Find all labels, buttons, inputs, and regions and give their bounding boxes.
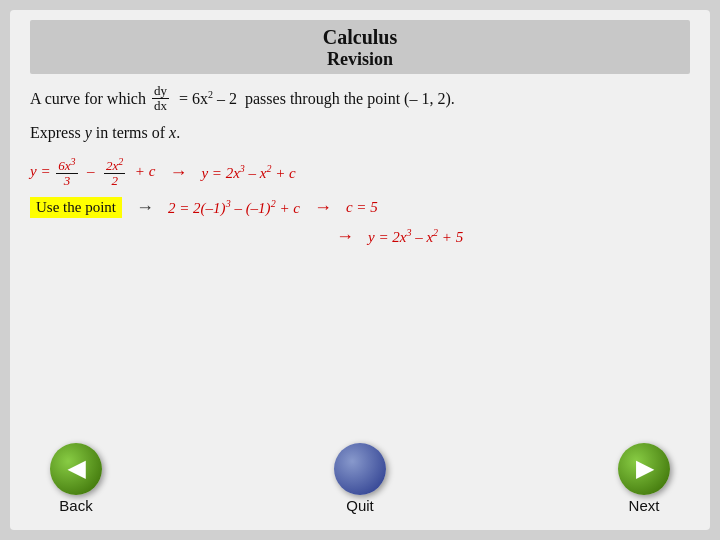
use-point-label: Use the point: [30, 197, 122, 218]
math-row-3: → y = 2x3 – x2 + 5: [330, 226, 690, 247]
curve-fraction: dy dx: [150, 84, 171, 114]
bottom-nav: ◀ Back Quit ▶ Next: [10, 443, 710, 514]
step2-calc: 2 = 2(–1)3 – (–1)2 + c: [168, 198, 300, 217]
arrow-3: →: [314, 197, 332, 218]
math-row-1: y = 6x33 – 2x22 + c → y = 2x3 – x2 + c: [30, 156, 690, 189]
revision-title: Revision: [30, 49, 690, 70]
quit-circle[interactable]: [334, 443, 386, 495]
back-button[interactable]: ◀ Back: [50, 443, 102, 514]
step1-right: y = 2x3 – x2 + c: [201, 163, 295, 182]
next-icon: ▶: [636, 456, 653, 482]
back-icon: ◀: [68, 456, 85, 482]
step2-result: c = 5: [346, 199, 378, 216]
final-answer: y = 2x3 – x2 + 5: [368, 227, 463, 246]
express-line: Express y in terms of x.: [30, 124, 690, 142]
arrow-4: →: [336, 226, 354, 247]
quit-label: Quit: [346, 497, 374, 514]
arrow-2: →: [136, 197, 154, 218]
step1-left: y = 6x33 – 2x22 + c: [30, 156, 155, 189]
main-container: Calculus Revision A curve for which dy d…: [10, 10, 710, 530]
back-circle[interactable]: ◀: [50, 443, 102, 495]
curve-eq: = 6x2 – 2: [175, 89, 237, 108]
header-area: Calculus Revision: [30, 20, 690, 74]
next-button[interactable]: ▶ Next: [618, 443, 670, 514]
next-label: Next: [629, 497, 660, 514]
curve-prefix: A curve for which: [30, 90, 146, 108]
back-label: Back: [59, 497, 92, 514]
curve-description: A curve for which dy dx = 6x2 – 2 passes…: [30, 84, 690, 114]
quit-button[interactable]: Quit: [334, 443, 386, 514]
arrow-1: →: [169, 162, 187, 183]
next-circle[interactable]: ▶: [618, 443, 670, 495]
curve-suffix: passes through the point (– 1, 2).: [241, 90, 455, 108]
math-row-2: Use the point → 2 = 2(–1)3 – (–1)2 + c →…: [30, 197, 690, 218]
calculus-title: Calculus: [30, 26, 690, 49]
